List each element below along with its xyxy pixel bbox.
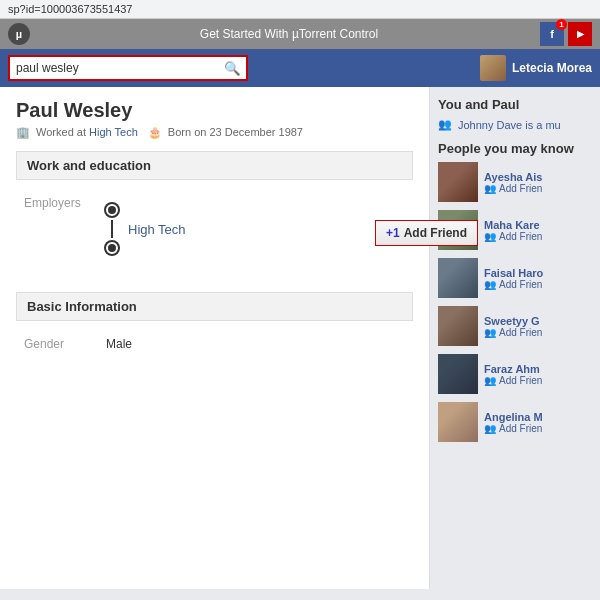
list-item: Faraz Ahm 👥 Add Frien <box>438 354 592 394</box>
list-item: Angelina M 👥 Add Frien <box>438 402 592 442</box>
worked-at-label: Worked at <box>36 126 86 138</box>
search-icon: 🔍 <box>224 61 241 76</box>
add-friend-link[interactable]: 👥 Add Frien <box>484 423 543 434</box>
add-friend-link[interactable]: 👥 Add Frien <box>484 375 542 386</box>
add-friend-link[interactable]: 👥 Add Frien <box>484 279 543 290</box>
search-button[interactable]: 🔍 <box>220 61 245 76</box>
person-photo <box>438 354 478 394</box>
search-box: 🔍 <box>8 55 248 81</box>
youtube-icon[interactable]: ▶ <box>568 22 592 46</box>
main-layout: Paul Wesley 🏢 Worked at High Tech 🎂 Born… <box>0 87 600 589</box>
employer-link[interactable]: High Tech <box>89 126 138 138</box>
person-name[interactable]: Sweetyy G <box>484 315 542 327</box>
person-name[interactable]: Maha Kare <box>484 219 542 231</box>
add-icon: 👥 <box>484 423 496 434</box>
work-table: Employers High Tech <box>16 190 413 276</box>
born-label: Born on 23 December 1987 <box>168 126 303 138</box>
profile-name: Paul Wesley <box>16 99 413 122</box>
birthday-icon: 🎂 <box>148 126 162 138</box>
facebook-icon[interactable]: f 1 <box>540 22 564 46</box>
utorrent-bar: µ Get Started With µTorrent Control f 1 … <box>0 19 600 49</box>
add-icon: 👥 <box>484 327 496 338</box>
work-section-header: Work and education <box>16 151 413 180</box>
basic-section-header: Basic Information <box>16 292 413 321</box>
right-column: You and Paul 👥 Johnny Dave is a mu Peopl… <box>430 87 600 589</box>
person-name[interactable]: Faraz Ahm <box>484 363 542 375</box>
employer-name-link[interactable]: High Tech <box>128 222 186 237</box>
add-icon: 👥 <box>484 231 496 242</box>
mutual-friend: 👥 Johnny Dave is a mu <box>438 118 592 131</box>
employer-dots <box>106 204 118 254</box>
person-name[interactable]: Faisal Haro <box>484 267 543 279</box>
list-item: Ayesha Ais 👥 Add Frien <box>438 162 592 202</box>
left-column: Paul Wesley 🏢 Worked at High Tech 🎂 Born… <box>0 87 430 589</box>
person-name[interactable]: Angelina M <box>484 411 543 423</box>
list-item: Sweetyy G 👥 Add Frien <box>438 306 592 346</box>
person-photo <box>438 162 478 202</box>
gender-label: Gender <box>18 333 98 355</box>
nav-right: Letecia Morea <box>480 55 592 81</box>
plus-icon: +1 <box>386 226 400 240</box>
mutual-friend-icon: 👥 <box>438 118 452 131</box>
work-icon: 🏢 <box>16 126 30 138</box>
add-friend-link[interactable]: 👥 Add Frien <box>484 183 543 194</box>
person-photo <box>438 258 478 298</box>
list-item: Faisal Haro 👥 Add Frien <box>438 258 592 298</box>
search-input[interactable] <box>10 59 220 77</box>
url-text: sp?id=100003673551437 <box>8 3 133 15</box>
employers-label: Employers <box>18 192 98 274</box>
add-friend-button[interactable]: +1 Add Friend <box>375 220 478 246</box>
dot-line <box>111 220 113 238</box>
utorrent-logo: µ <box>8 23 30 45</box>
you-and-paul-section: You and Paul 👥 Johnny Dave is a mu <box>438 97 592 131</box>
you-and-paul-title: You and Paul <box>438 97 592 112</box>
people-may-know-title: People you may know <box>438 141 592 156</box>
add-friend-link[interactable]: 👥 Add Frien <box>484 327 542 338</box>
add-icon: 👥 <box>484 375 496 386</box>
add-icon: 👥 <box>484 183 496 194</box>
nav-username: Letecia Morea <box>512 61 592 75</box>
basic-table: Gender Male <box>16 331 413 357</box>
facebook-nav: 🔍 Letecia Morea <box>0 49 600 87</box>
utorrent-text: Get Started With µTorrent Control <box>38 27 540 41</box>
fb-notification-badge: 1 <box>556 19 567 30</box>
dot-bottom <box>106 242 118 254</box>
person-photo <box>438 402 478 442</box>
add-icon: 👥 <box>484 279 496 290</box>
gender-value: Male <box>100 333 411 355</box>
mutual-friend-text: Johnny Dave is a mu <box>458 119 561 131</box>
add-friend-link[interactable]: 👥 Add Frien <box>484 231 542 242</box>
people-you-may-know-section: People you may know Ayesha Ais 👥 Add Fri… <box>438 141 592 442</box>
address-bar: sp?id=100003673551437 <box>0 0 600 19</box>
utorrent-right: f 1 ▶ <box>540 22 592 46</box>
nav-avatar <box>480 55 506 81</box>
person-name[interactable]: Ayesha Ais <box>484 171 543 183</box>
employer-row: High Tech <box>106 204 405 254</box>
dot-top <box>106 204 118 216</box>
profile-meta: 🏢 Worked at High Tech 🎂 Born on 23 Decem… <box>16 126 413 139</box>
person-photo <box>438 306 478 346</box>
